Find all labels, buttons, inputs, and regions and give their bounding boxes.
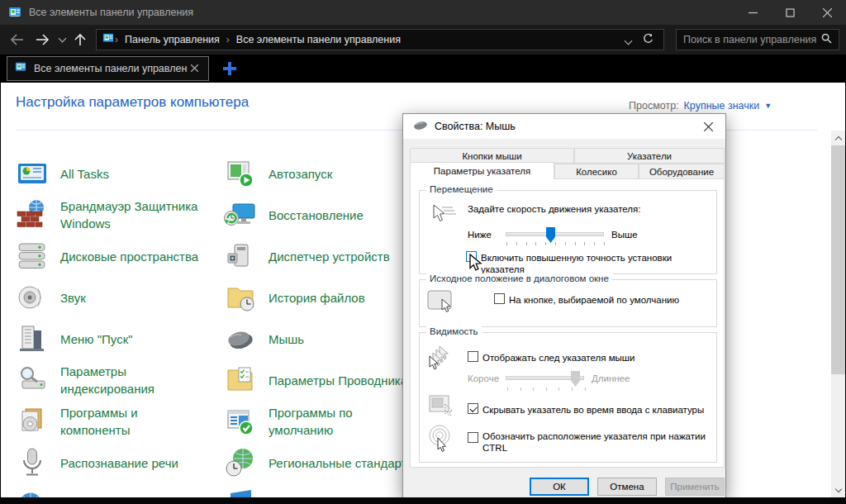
- tab-label: Оборудование: [649, 167, 714, 177]
- breadcrumb-control-panel[interactable]: Панель управления: [118, 34, 226, 45]
- new-tab-button[interactable]: [222, 61, 237, 76]
- browser-icon: [16, 487, 49, 497]
- item-label[interactable]: Мышь: [269, 330, 304, 348]
- item-label[interactable]: Меню "Пуск": [60, 330, 133, 348]
- speed-label: Задайте скорость движения указателя:: [468, 203, 640, 215]
- list-item-firewall[interactable]: Брандмауэр Защитника Windows: [16, 194, 222, 235]
- recent-pages-chevron-icon[interactable]: [55, 28, 69, 51]
- recovery-icon: [224, 198, 257, 231]
- scroll-up-icon[interactable]: [831, 131, 845, 145]
- maximize-button[interactable]: [772, 0, 809, 25]
- trail-long-label: Длиннее: [592, 373, 630, 384]
- tab-favicon: [14, 61, 27, 76]
- page-title: Настройка параметров компьютера: [16, 94, 249, 111]
- forward-button[interactable]: [30, 28, 55, 51]
- dialog-tab-hardware[interactable]: Оборудование: [639, 164, 725, 179]
- back-button[interactable]: [5, 28, 30, 51]
- dialog-tab-wheel[interactable]: Колесико: [554, 164, 639, 179]
- window-titlebar: Все элементы панели управления: [0, 0, 846, 25]
- list-item-internet-options[interactable]: Свойства браузера: [16, 483, 222, 497]
- hide-while-typing-checkbox[interactable]: [468, 403, 478, 414]
- group-legend: Видимость: [426, 326, 482, 336]
- tab-bar: Все элементы панели управления: [0, 55, 846, 83]
- item-label[interactable]: Диспетчер устройств: [269, 248, 390, 265]
- item-label[interactable]: Программы и компоненты: [60, 404, 138, 439]
- start-menu-icon: [16, 322, 49, 355]
- item-label[interactable]: Распознавание речи: [60, 454, 178, 472]
- pointer-trail-label: Отображать след указателя мыши: [482, 352, 634, 364]
- cancel-button[interactable]: Отмена: [597, 478, 657, 496]
- item-label[interactable]: Параметры индексирования: [60, 363, 154, 397]
- file-history-icon: [224, 281, 257, 314]
- group-legend: Перемещение: [426, 184, 497, 194]
- list-item-all-tasks[interactable]: All Tasks: [16, 153, 222, 194]
- locate-on-ctrl-label: Обозначить расположение указателя при на…: [482, 430, 715, 454]
- button-label: ОК: [553, 482, 566, 492]
- refresh-icon[interactable]: [638, 32, 658, 47]
- region-icon: [224, 446, 257, 479]
- scrollbar-thumb[interactable]: [831, 145, 845, 374]
- mouse-icon: [224, 322, 257, 355]
- item-label[interactable]: Автозапуск: [269, 165, 332, 183]
- slider-ticks: [507, 388, 586, 391]
- address-bar[interactable]: › Панель управления › Все элементы панел…: [96, 29, 664, 50]
- pointer-speed-icon: [430, 202, 458, 229]
- pointer-speed-slider[interactable]: [506, 232, 604, 236]
- list-item-start-menu[interactable]: Меню "Пуск": [16, 318, 222, 359]
- up-button[interactable]: [69, 28, 91, 51]
- scroll-down-icon[interactable]: [831, 483, 845, 497]
- view-value-dropdown[interactable]: Крупные значки: [684, 100, 760, 112]
- ok-button[interactable]: ОК: [530, 478, 589, 496]
- item-label[interactable]: История файлов: [269, 289, 365, 307]
- breadcrumb-all-items[interactable]: Все элементы панели управления: [230, 34, 407, 45]
- pointer-trails-icon: [426, 345, 458, 374]
- search-icon[interactable]: [821, 32, 832, 47]
- search-box[interactable]: [676, 29, 839, 50]
- address-dropdown-chevron-icon[interactable]: [619, 32, 638, 47]
- dialog-titlebar: Свойства: Мышь: [403, 114, 725, 139]
- group-legend: Исходное положение в диалоговом окне: [426, 273, 612, 283]
- tab-label: Параметры указателя: [434, 166, 530, 176]
- view-dropdown-caret-icon[interactable]: ▼: [764, 102, 772, 110]
- pointer-trail-checkbox[interactable]: [468, 351, 478, 362]
- address-location-icon: [102, 32, 115, 47]
- list-item-storage-spaces[interactable]: Дисковые пространства: [16, 235, 222, 277]
- vertical-scrollbar[interactable]: [831, 131, 845, 497]
- folder-options-icon: [224, 364, 257, 397]
- item-label[interactable]: Параметры Проводника: [269, 372, 407, 389]
- storage-spaces-icon: [16, 240, 49, 273]
- trail-length-slider-thumb: [571, 371, 580, 387]
- item-label[interactable]: Дисковые пространства: [60, 248, 198, 265]
- item-label[interactable]: Брандмауэр Защитника Windows: [60, 197, 197, 232]
- device-manager-icon: [224, 240, 257, 273]
- close-button[interactable]: [809, 0, 846, 25]
- locate-on-ctrl-checkbox[interactable]: [468, 432, 478, 443]
- item-label[interactable]: Программы по умолчанию: [269, 404, 353, 439]
- control-panel-icon: [16, 157, 49, 190]
- firewall-icon: [16, 198, 49, 231]
- list-item-programs-features[interactable]: Программы и компоненты: [16, 401, 222, 442]
- window-title: Все элементы панели управления: [29, 7, 193, 18]
- tab-label: Колесико: [576, 167, 617, 177]
- tab-label: Указатели: [627, 151, 672, 161]
- minimize-button[interactable]: [734, 0, 772, 25]
- list-item-sound[interactable]: Звук: [16, 277, 222, 318]
- item-label[interactable]: All Tasks: [60, 165, 109, 183]
- dialog-tab-pointer-options[interactable]: Параметры указателя: [410, 162, 554, 179]
- search-input[interactable]: [683, 34, 821, 45]
- slider-ticks: [506, 242, 605, 245]
- dialog-close-icon[interactable]: [691, 114, 725, 139]
- dialog-tab-pointers[interactable]: Указатели: [574, 148, 725, 164]
- tab-close-icon[interactable]: [188, 63, 202, 74]
- tab-all-control-panel-items[interactable]: Все элементы панели управления: [7, 56, 209, 81]
- pointer-speed-slider-thumb[interactable]: [546, 227, 555, 243]
- locate-pointer-icon: [426, 424, 456, 457]
- snap-to-checkbox[interactable]: [494, 293, 505, 304]
- list-item-indexing-options[interactable]: Параметры индексирования: [16, 359, 222, 401]
- item-label[interactable]: Восстановление: [269, 207, 364, 224]
- list-item-speech-recognition[interactable]: Распознавание речи: [16, 442, 222, 483]
- item-label[interactable]: Звук: [60, 289, 86, 307]
- trail-short-label: Короче: [468, 373, 499, 384]
- view-label: Просмотр:: [629, 100, 679, 112]
- item-label[interactable]: Региональные стандарты: [269, 454, 416, 472]
